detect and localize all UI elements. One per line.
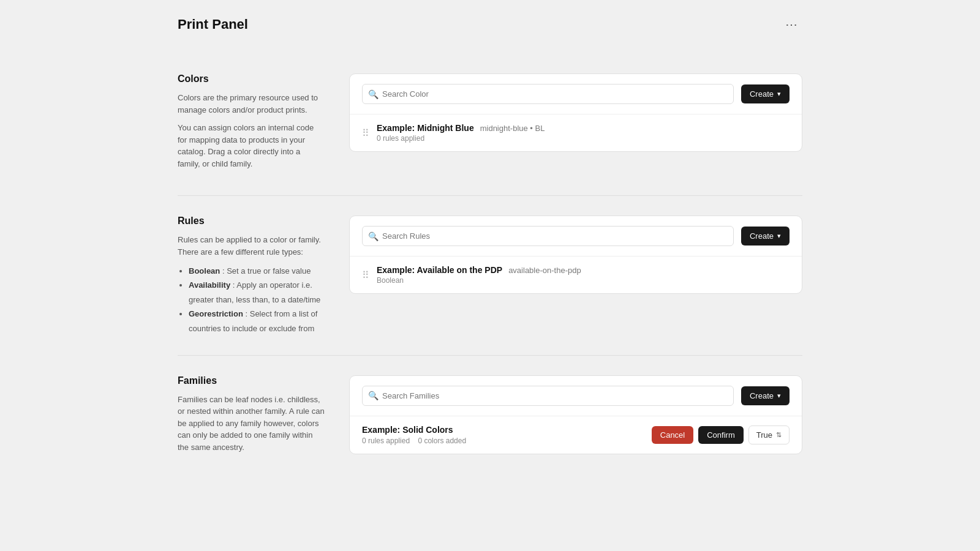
families-description: Families Families can be leaf nodes i.e.…	[178, 375, 325, 460]
colors-title: Colors	[178, 73, 325, 84]
drag-handle-icon[interactable]: ⠿	[362, 127, 369, 139]
color-item-content: Example: Midnight Blue midnight-blue • B…	[377, 123, 790, 143]
rules-list-item: Boolean : Set a true or false value	[189, 264, 325, 278]
colors-toolbar: 🔍 Create ▾	[350, 74, 802, 114]
colors-desc1: Colors are the primary resource used to …	[178, 92, 325, 116]
families-create-label: Create	[750, 391, 774, 400]
rules-search-wrapper: 🔍	[362, 226, 734, 246]
rules-georestriction-term: Georestriction	[189, 309, 243, 318]
colors-section: Colors Colors are the primary resource u…	[178, 54, 802, 195]
rules-desc: Rules can be applied to a color or famil…	[178, 234, 325, 258]
families-desc: Families can be leaf nodes i.e. childles…	[178, 394, 325, 454]
family-colors-count: 0 colors added	[418, 437, 466, 445]
colors-row: ⠿ Example: Midnight Blue midnight-blue •…	[350, 114, 802, 151]
rules-create-button[interactable]: Create ▾	[741, 227, 790, 246]
colors-description: Colors Colors are the primary resource u…	[178, 73, 325, 176]
rule-item-code: available-on-the-pdp	[508, 266, 581, 275]
search-icon: 🔍	[368, 231, 379, 241]
more-icon: ⋯	[785, 18, 797, 31]
colors-create-button[interactable]: Create ▾	[741, 84, 790, 103]
rules-list: Boolean : Set a true or false value Avai…	[178, 264, 325, 335]
rules-boolean-term: Boolean	[189, 266, 220, 276]
color-item-code: midnight-blue • BL	[480, 124, 545, 133]
chevron-down-icon: ▾	[777, 90, 781, 98]
drag-handle-icon[interactable]: ⠿	[362, 269, 369, 281]
rules-availability-term: Availability	[189, 280, 230, 290]
rule-item-name: Example: Available on the PDP	[377, 265, 502, 275]
family-row-actions: Cancel Confirm True ⇅	[652, 425, 790, 444]
true-select[interactable]: True ⇅	[748, 425, 790, 444]
confirm-button[interactable]: Confirm	[698, 426, 744, 444]
rules-description: Rules Rules can be applied to a color or…	[178, 216, 325, 335]
colors-create-label: Create	[750, 89, 774, 99]
rules-section: Rules Rules can be applied to a color or…	[178, 196, 802, 355]
colors-search-input[interactable]	[362, 84, 734, 104]
more-options-button[interactable]: ⋯	[780, 15, 802, 34]
color-item-sub: 0 rules applied	[377, 134, 790, 143]
rule-item-content: Example: Available on the PDP available-…	[377, 265, 790, 285]
sort-arrows-icon: ⇅	[776, 431, 782, 439]
chevron-down-icon: ▾	[777, 392, 781, 400]
rules-row: ⠿ Example: Available on the PDP availabl…	[350, 257, 802, 293]
rules-title: Rules	[178, 216, 325, 227]
family-item-name: Example: Solid Colors	[362, 425, 644, 435]
families-title: Families	[178, 375, 325, 386]
family-rules-count: 0 rules applied	[362, 437, 410, 445]
families-row: Example: Solid Colors 0 rules applied 0 …	[350, 416, 802, 454]
colors-desc2: You can assign colors an internal code f…	[178, 122, 325, 170]
cancel-button[interactable]: Cancel	[652, 426, 693, 444]
rules-toolbar: 🔍 Create ▾	[350, 216, 802, 257]
families-toolbar: 🔍 Create ▾	[350, 376, 802, 416]
search-icon: 🔍	[368, 391, 379, 400]
search-icon: 🔍	[368, 89, 379, 99]
color-item-name: Example: Midnight Blue	[377, 123, 474, 133]
rules-search-input[interactable]	[362, 226, 734, 246]
families-panel: 🔍 Create ▾ Example: Solid Colors 0 rules…	[349, 375, 802, 460]
true-label: True	[756, 430, 772, 440]
page-title: Print Panel	[178, 17, 248, 32]
rules-list-item: Availability : Apply an operator i.e. gr…	[189, 278, 325, 307]
colors-search-wrapper: 🔍	[362, 84, 734, 104]
rule-item-sub: Boolean	[377, 276, 790, 285]
families-search-input[interactable]	[362, 386, 734, 406]
families-search-wrapper: 🔍	[362, 386, 734, 406]
rules-create-label: Create	[750, 231, 774, 241]
rules-panel: 🔍 Create ▾ ⠿ Example: Available on the P…	[349, 216, 802, 335]
chevron-down-icon: ▾	[777, 232, 781, 240]
families-section: Families Families can be leaf nodes i.e.…	[178, 356, 802, 479]
family-item-content: Example: Solid Colors 0 rules applied 0 …	[362, 425, 644, 445]
families-create-button[interactable]: Create ▾	[741, 386, 790, 405]
family-item-meta: 0 rules applied 0 colors added	[362, 437, 644, 445]
rules-list-item: Georestriction : Select from a list of c…	[189, 307, 325, 335]
rules-boolean-desc: : Set a true or false value	[222, 266, 311, 276]
colors-panel: 🔍 Create ▾ ⠿ Example: Midnight Blue midn…	[349, 73, 802, 176]
